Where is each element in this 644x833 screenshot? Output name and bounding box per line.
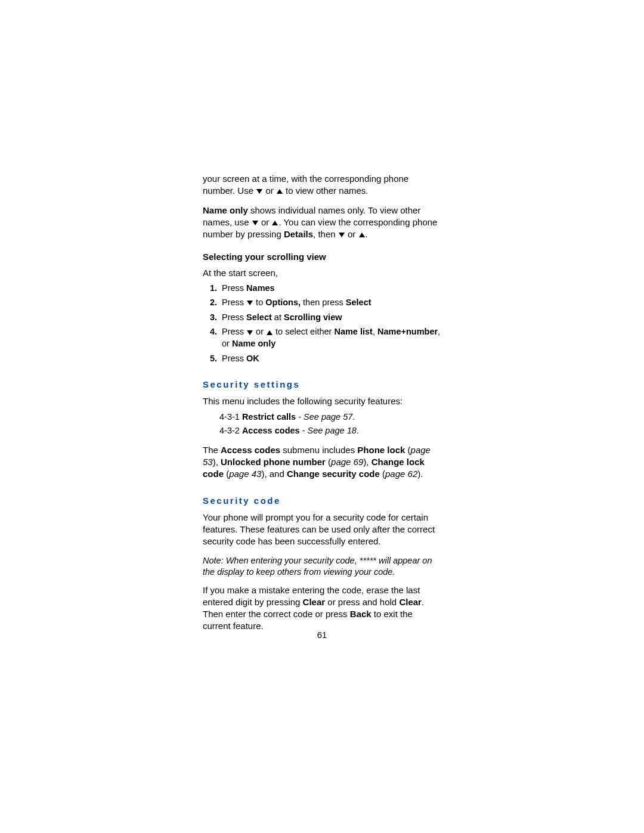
back-label: Back [350, 609, 371, 619]
access-codes-label: Access codes [242, 426, 300, 435]
text: The [203, 445, 221, 455]
security-code-note: Note: When entering your security code, … [203, 555, 441, 578]
text: to view other names. [283, 185, 369, 196]
intro-paragraph-2: Name only shows individual names only. T… [203, 205, 441, 241]
down-arrow-icon [247, 330, 253, 335]
text: Press [222, 327, 246, 336]
unlocked-phone-number-label: Unlocked phone number [221, 457, 326, 467]
phone-lock-label: Phone lock [357, 445, 405, 455]
name-list-label: Name list [334, 327, 372, 336]
step-2: Press to Options, then press Select [219, 297, 441, 309]
page-ref: page 69 [331, 457, 363, 467]
selecting-lead: At the start screen, [203, 267, 441, 279]
scrolling-view-label: Scrolling view [284, 312, 342, 322]
page-ref: See page 57 [304, 412, 352, 422]
page-ref: page 43 [229, 469, 261, 479]
down-arrow-icon [252, 221, 258, 225]
step-3: Press Select at Scrolling view [219, 312, 441, 324]
text: or [259, 217, 272, 227]
text: at [272, 312, 284, 322]
security-settings-heading: Security settings [203, 379, 441, 391]
text: . [357, 426, 359, 435]
text: or [345, 229, 358, 239]
text: or [263, 185, 276, 196]
document-page: your screen at a time, with the correspo… [203, 173, 441, 640]
selecting-heading: Selecting your scrolling view [203, 251, 441, 263]
text: ( [405, 445, 410, 455]
page-ref: See page 18 [308, 426, 357, 435]
menu-item-access-codes: 4-3-2 Access codes - See page 18. [219, 425, 441, 437]
names-label: Names [246, 283, 275, 293]
access-codes-label: Access codes [221, 445, 280, 455]
change-security-code-label: Change security code [287, 469, 380, 479]
step-4: Press or to select either Name list, Nam… [219, 326, 441, 349]
menu-item-restrict-calls: 4-3-1 Restrict calls - See page 57. [219, 411, 441, 423]
down-arrow-icon [256, 189, 262, 194]
text: ( [380, 469, 385, 479]
clear-label: Clear [303, 597, 326, 607]
text: ), [363, 457, 371, 467]
security-code-p2: If you make a mistake entering the code,… [203, 584, 441, 633]
text: to [253, 298, 265, 307]
text: then press [301, 298, 346, 307]
text: Press [222, 354, 246, 363]
page-ref: page 62 [385, 469, 417, 479]
steps-list: Press Names Press to Options, then press… [203, 283, 441, 364]
text: ( [326, 457, 331, 467]
page-number: 61 [203, 629, 441, 641]
intro-paragraph-1: your screen at a time, with the correspo… [203, 173, 441, 197]
access-codes-submenu-paragraph: The Access codes submenu includes Phone … [203, 444, 441, 481]
name-only-label: Name only [203, 205, 248, 215]
select-label: Select [246, 312, 272, 322]
text: submenu includes [280, 445, 357, 455]
security-code-heading: Security code [203, 495, 441, 507]
restrict-calls-label: Restrict calls [242, 412, 296, 422]
text: Press [222, 298, 246, 307]
text: ), and [261, 469, 287, 479]
up-arrow-icon [267, 330, 273, 335]
text: , [373, 327, 377, 336]
text: - [296, 412, 304, 422]
text: Press [222, 312, 246, 322]
security-settings-lead: This menu includes the following securit… [203, 395, 441, 407]
text: ), [213, 457, 221, 467]
up-arrow-icon [277, 189, 283, 194]
up-arrow-icon [359, 233, 365, 237]
text: . [352, 412, 355, 422]
text: or press and hold [325, 597, 399, 607]
text: or [253, 327, 266, 336]
text: Press [222, 283, 246, 293]
ok-label: OK [246, 354, 259, 363]
step-1: Press Names [219, 283, 441, 295]
details-label: Details [284, 229, 313, 239]
name-number-label: Name+number [377, 327, 438, 336]
text: - [300, 426, 308, 435]
text: , then [313, 229, 338, 239]
text: ( [224, 469, 229, 479]
step-5: Press OK [219, 353, 441, 365]
text: ). [417, 469, 423, 479]
text: 4-3-2 [219, 426, 242, 435]
up-arrow-icon [272, 221, 278, 225]
clear-label: Clear [399, 597, 422, 607]
text: 4-3-1 [219, 412, 242, 422]
down-arrow-icon [339, 233, 345, 237]
down-arrow-icon [247, 301, 253, 305]
text: . [366, 229, 368, 239]
options-label: Options, [265, 298, 301, 307]
text: to select either [273, 327, 334, 336]
select-label: Select [346, 298, 371, 307]
security-code-p1: Your phone will prompt you for a securit… [203, 512, 441, 548]
name-only-label: Name only [232, 339, 275, 348]
